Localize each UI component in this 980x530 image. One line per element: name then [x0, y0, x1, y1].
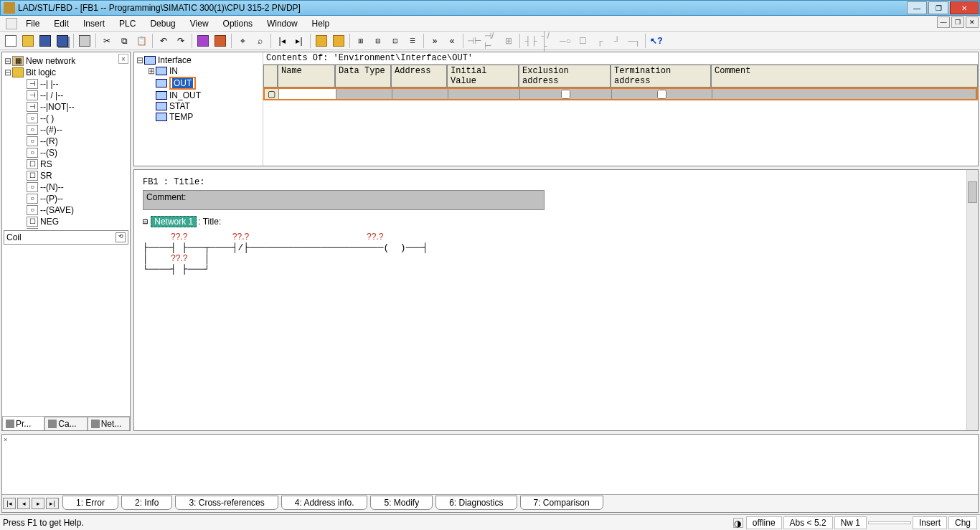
branch-open-icon[interactable]: ┌: [592, 33, 608, 49]
output-close-icon[interactable]: ×: [4, 436, 7, 443]
col-addr[interactable]: Address: [391, 65, 447, 87]
interface-tree[interactable]: ⊟Interface ⊞IN OUT IN_OUT STAT TEMP: [134, 52, 263, 166]
palette-tree[interactable]: ⊟▦New network ⊟Bit logic ⊣--| |-- ⊣--| /…: [2, 52, 130, 229]
save-icon[interactable]: [37, 33, 53, 49]
tab-net[interactable]: Net...: [88, 417, 130, 430]
item-no[interactable]: --| |--: [40, 79, 59, 89]
monitor-icon[interactable]: [212, 33, 228, 49]
comment-box[interactable]: Comment:: [143, 190, 545, 210]
copy-icon[interactable]: ⧉: [116, 33, 132, 49]
node-temp[interactable]: TEMP: [169, 112, 193, 122]
search-prev-icon[interactable]: «: [444, 33, 460, 49]
editor-scrollbar[interactable]: [966, 170, 978, 430]
maximize-button[interactable]: ❐: [928, 1, 948, 14]
menu-file[interactable]: File: [19, 17, 47, 30]
col-type[interactable]: Data Type: [335, 65, 391, 87]
network-badge[interactable]: Network 1: [151, 216, 197, 227]
collapse-toggle[interactable]: ⊟: [143, 217, 148, 227]
insert-contact-icon[interactable]: ⊣⊢: [466, 33, 482, 49]
item-nc[interactable]: --| / |--: [40, 90, 63, 100]
block-props3-icon[interactable]: ⊡: [387, 33, 403, 49]
connect-icon[interactable]: ─┐: [626, 33, 642, 49]
network-title-suffix[interactable]: : Title:: [198, 217, 221, 227]
col-init[interactable]: Initial Value: [447, 65, 519, 87]
item-r[interactable]: --(R): [40, 136, 58, 146]
network-editor[interactable]: FB1 : Title: Comment: ⊟ Network 1 : Titl…: [133, 169, 979, 431]
excl-checkbox[interactable]: [561, 90, 570, 99]
menu-view[interactable]: View: [183, 17, 216, 30]
mdi-minimize[interactable]: —: [937, 16, 950, 28]
col-comment[interactable]: Comment: [711, 65, 978, 87]
cell-addr[interactable]: [392, 89, 448, 99]
menu-window[interactable]: Window: [260, 17, 305, 30]
find-icon[interactable]: ⌕: [252, 33, 268, 49]
menu-options[interactable]: Options: [216, 17, 260, 30]
insert-box-icon[interactable]: ☐: [575, 33, 590, 49]
network-right-icon[interactable]: ▸|: [291, 33, 307, 49]
col-term[interactable]: Termination address: [611, 65, 711, 87]
tab-diag[interactable]: 6: Diagnostics: [435, 496, 517, 510]
save-all-icon[interactable]: [55, 33, 70, 49]
cell-type[interactable]: [336, 89, 392, 99]
cell-name[interactable]: [279, 89, 336, 99]
print-icon[interactable]: [77, 33, 93, 49]
interface-root[interactable]: Interface: [158, 55, 192, 65]
tab-call[interactable]: Ca...: [44, 417, 87, 430]
insert-no-icon[interactable]: ┤├: [523, 33, 539, 49]
block-props2-icon[interactable]: ⊟: [370, 33, 386, 49]
minimize-button[interactable]: —: [907, 1, 927, 14]
insert-coil-icon[interactable]: ─○: [557, 33, 573, 49]
ladder-diagram[interactable]: ??.? ??.? ??.? ├────┤ ├───┬────┤/├──────…: [143, 232, 974, 275]
col-name[interactable]: Name: [278, 65, 335, 87]
open-icon[interactable]: [20, 33, 36, 49]
item-p[interactable]: --(P)--: [40, 194, 63, 204]
term-checkbox[interactable]: [657, 90, 666, 99]
tab-info[interactable]: 2: Info: [121, 496, 172, 510]
menu-insert[interactable]: Insert: [76, 17, 112, 30]
paste-icon[interactable]: 📋: [133, 33, 149, 49]
item-neg[interactable]: NEG: [40, 217, 59, 227]
node-inout[interactable]: IN_OUT: [169, 90, 201, 100]
redo-icon[interactable]: ↷: [173, 33, 189, 49]
cell-term[interactable]: [612, 89, 712, 99]
tab-nav-prev[interactable]: ◂: [17, 498, 30, 509]
item-hash[interactable]: --(#)--: [40, 125, 62, 135]
search-next-icon[interactable]: »: [427, 33, 443, 49]
col-excl[interactable]: Exclusion address: [519, 65, 611, 87]
menu-plc[interactable]: PLC: [112, 17, 143, 30]
item-n[interactable]: --(N)--: [40, 182, 64, 192]
node-in[interactable]: IN: [169, 66, 178, 76]
item-save[interactable]: --(SAVE): [40, 205, 74, 215]
node-stat[interactable]: STAT: [169, 101, 190, 111]
mdi-close[interactable]: ✕: [966, 16, 979, 28]
tab-modify[interactable]: 5: Modify: [370, 496, 433, 510]
item-s[interactable]: --(S): [40, 148, 57, 158]
new-network[interactable]: New network: [26, 56, 75, 66]
undo-icon[interactable]: ↶: [156, 33, 171, 49]
insert-empty-icon[interactable]: ⊞: [501, 33, 517, 49]
block-props4-icon[interactable]: ☰: [405, 33, 420, 49]
view-fbd-icon[interactable]: [331, 33, 347, 49]
network-left-icon[interactable]: |◂: [274, 33, 290, 49]
cell-comment[interactable]: [712, 89, 976, 99]
insert-ncontact-icon[interactable]: ⊣/⊢: [484, 33, 499, 49]
tab-xref[interactable]: 3: Cross-references: [175, 496, 278, 510]
view-lad-icon[interactable]: [314, 33, 329, 49]
tab-nav-last[interactable]: ▸|: [46, 498, 59, 509]
palette-status-button[interactable]: ⟲: [116, 232, 126, 242]
tab-error[interactable]: 1: Error: [62, 496, 118, 510]
palette-close-icon[interactable]: ×: [118, 54, 128, 64]
close-button[interactable]: ✕: [950, 1, 979, 14]
download-icon[interactable]: [195, 33, 211, 49]
node-out[interactable]: OUT: [169, 77, 196, 90]
menu-debug[interactable]: Debug: [143, 17, 182, 30]
cell-init[interactable]: [448, 89, 520, 99]
help-icon[interactable]: ↖?: [649, 33, 664, 49]
new-icon[interactable]: [3, 33, 19, 49]
menu-edit[interactable]: Edit: [47, 17, 76, 30]
goto-icon[interactable]: ⌖: [235, 33, 250, 49]
insert-nc-icon[interactable]: ┤/├: [540, 33, 556, 49]
decl-row[interactable]: ▢: [263, 87, 978, 100]
item-pos[interactable]: POS: [40, 228, 58, 229]
item-sr[interactable]: SR: [40, 171, 52, 181]
